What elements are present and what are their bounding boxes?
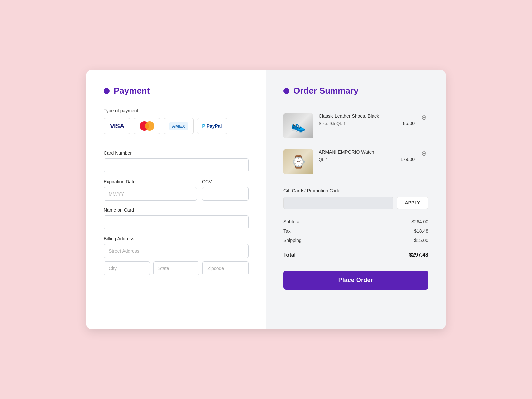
order-heading: Order Summary [293, 86, 359, 96]
place-order-button[interactable]: Place Order [283, 271, 428, 290]
mastercard-logo [140, 121, 154, 131]
shoes-size-qty: Size: 9.5 Qt: 1 [319, 121, 346, 126]
visa-option[interactable]: VISA [104, 118, 130, 134]
tax-row: Tax $18.48 [283, 226, 428, 236]
amex-option[interactable]: AMEX [164, 118, 194, 134]
subtotal-label: Subtotal [283, 219, 300, 224]
expiry-label: Expiration Date [104, 179, 197, 184]
street-address-input[interactable] [104, 244, 249, 258]
subtotal-row: Subtotal $264.00 [283, 217, 428, 226]
subtotal-value: $264.00 [411, 219, 428, 224]
zipcode-input[interactable] [202, 261, 249, 275]
shoes-meta: Size: 9.5 Qt: 1 85.00 [319, 121, 415, 126]
city-state-zip-row [104, 261, 249, 275]
promo-code-input[interactable] [283, 197, 393, 209]
expiry-group: Expiration Date [104, 179, 197, 201]
apply-promo-button[interactable]: APPLY [397, 197, 428, 209]
shoes-name: Classic Leather Shoes, Black [319, 113, 415, 119]
tax-value: $18.48 [414, 228, 428, 234]
order-item-shoes: Classic Leather Shoes, Black Size: 9.5 Q… [283, 108, 428, 144]
mc-circle-orange [145, 121, 154, 131]
shipping-label: Shipping [283, 238, 302, 243]
mastercard-option[interactable] [134, 118, 160, 134]
payment-panel: Payment Type of payment VISA AMEX P PayP… [86, 70, 266, 329]
shoes-price: 85.00 [403, 121, 415, 126]
watch-thumbnail [283, 149, 313, 174]
divider [104, 142, 249, 142]
card-number-input[interactable] [104, 158, 249, 172]
payment-heading: Payment [114, 86, 150, 96]
remove-shoes-button[interactable]: ⊖ [420, 113, 428, 121]
ccv-group: CCV [202, 179, 249, 201]
ccv-input[interactable] [202, 187, 249, 201]
promo-label: Gift Cards/ Promotion Code [283, 188, 428, 193]
remove-watch-button[interactable]: ⊖ [420, 149, 428, 157]
watch-image [283, 149, 313, 174]
name-on-card-label: Name on Card [104, 207, 249, 213]
order-item-watch: ARMANI EMPORIO Watch Qt: 1 179.00 ⊖ [283, 144, 428, 180]
name-on-card-input[interactable] [104, 215, 249, 229]
total-value: $297.48 [409, 252, 428, 258]
billing-address-section: Billing Address [104, 236, 249, 275]
name-on-card-group: Name on Card [104, 207, 249, 229]
visa-logo: VISA [110, 122, 124, 130]
payment-methods-row: VISA AMEX P PayPal [104, 118, 249, 134]
order-totals: Subtotal $264.00 Tax $18.48 Shipping $15… [283, 217, 428, 260]
shipping-row: Shipping $15.00 [283, 236, 428, 245]
order-title-row: Order Summary [283, 86, 428, 96]
watch-name: ARMANI EMPORIO Watch [319, 149, 415, 155]
watch-price: 179.00 [400, 157, 415, 162]
ccv-label: CCV [202, 179, 249, 184]
type-of-payment-label: Type of payment [104, 108, 249, 113]
billing-label: Billing Address [104, 236, 249, 241]
grand-total-row: Total $297.48 [283, 247, 428, 260]
shoes-details: Classic Leather Shoes, Black Size: 9.5 Q… [319, 113, 415, 126]
expiry-input[interactable] [104, 187, 197, 201]
promo-section: Gift Cards/ Promotion Code APPLY [283, 188, 428, 209]
tax-label: Tax [283, 228, 291, 234]
order-items-list: Classic Leather Shoes, Black Size: 9.5 Q… [283, 108, 428, 180]
shoe-thumbnail [283, 113, 313, 138]
city-input[interactable] [104, 261, 150, 275]
promo-input-row: APPLY [283, 197, 428, 209]
total-label: Total [283, 252, 296, 258]
payment-title-row: Payment [104, 86, 249, 96]
card-number-label: Card Number [104, 150, 249, 156]
paypal-logo: P PayPal [202, 123, 222, 129]
amex-logo: AMEX [169, 122, 188, 130]
watch-details: ARMANI EMPORIO Watch Qt: 1 179.00 [319, 149, 415, 162]
watch-meta: Qt: 1 179.00 [319, 157, 415, 162]
paypal-option[interactable]: P PayPal [197, 118, 228, 134]
payment-dot [104, 88, 110, 94]
shoes-image [283, 113, 313, 138]
shipping-value: $15.00 [414, 238, 428, 243]
order-summary-panel: Order Summary Classic Leather Shoes, Bla… [266, 70, 446, 329]
card-number-group: Card Number [104, 150, 249, 172]
state-input[interactable] [153, 261, 200, 275]
watch-qty: Qt: 1 [319, 157, 328, 162]
order-dot [283, 88, 289, 94]
expiry-ccv-row: Expiration Date CCV [104, 179, 249, 207]
